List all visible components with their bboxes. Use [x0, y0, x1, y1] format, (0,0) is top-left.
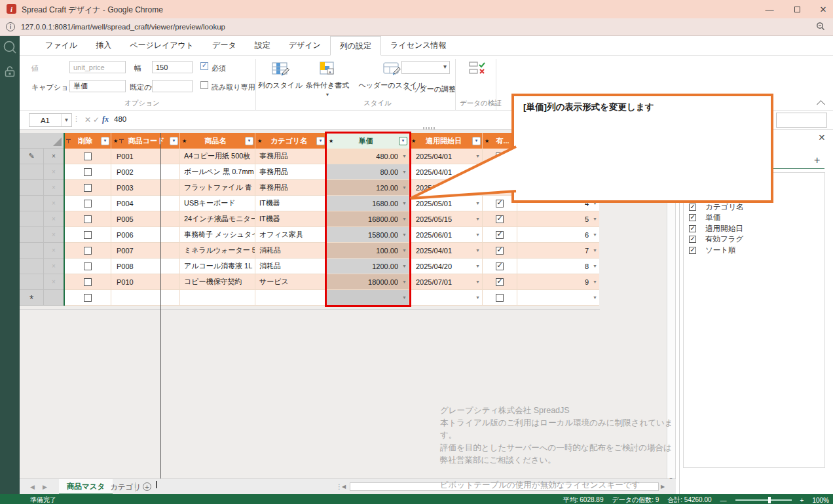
cell-dropdown-icon[interactable]: [475, 154, 480, 158]
row-delete-icon[interactable]: [44, 149, 64, 164]
field-checkbox[interactable]: [689, 214, 696, 221]
cell-dropdown-icon[interactable]: [475, 232, 480, 237]
tab-column-settings[interactable]: 列の設定: [330, 36, 381, 56]
cell-dropdown-icon[interactable]: [475, 185, 480, 190]
product-name-cell[interactable]: アルコール消毒液 1L: [180, 259, 255, 274]
cell-dropdown-icon[interactable]: [475, 295, 480, 300]
delete-checkbox[interactable]: [84, 278, 92, 286]
active-checkbox[interactable]: [496, 153, 504, 160]
value-field[interactable]: [69, 61, 126, 73]
start-date-cell[interactable]: 2025/05/01: [409, 196, 483, 211]
field-checkbox[interactable]: [689, 247, 696, 254]
product-name-cell[interactable]: ミネラルウォーター 500ml: [180, 243, 255, 259]
delete-checkbox[interactable]: [84, 168, 92, 176]
product-name-cell[interactable]: コピー機保守契約: [180, 274, 255, 290]
active-flag-cell[interactable]: [483, 227, 517, 243]
tab-file[interactable]: ファイル: [36, 36, 86, 55]
minimize-button[interactable]: —: [758, 0, 781, 18]
delete-cell[interactable]: [64, 274, 111, 290]
product-name-cell[interactable]: USBキーボード: [180, 196, 255, 211]
product-name-cell[interactable]: A4コピー用紙 500枚: [180, 149, 255, 164]
field-checkbox[interactable]: [689, 204, 696, 211]
start-date-cell[interactable]: 2025/05/15: [409, 211, 483, 227]
next-sheet-icon[interactable]: ▶: [43, 484, 47, 490]
field-list-item[interactable]: 有効フラグ: [684, 234, 824, 245]
category-cell[interactable]: 事務用品: [255, 149, 327, 164]
product-code-cell[interactable]: P007: [111, 243, 180, 259]
delete-checkbox[interactable]: [84, 231, 92, 239]
scroll-left-icon[interactable]: ◀: [342, 484, 346, 490]
lock-icon[interactable]: [4, 65, 16, 78]
category-cell[interactable]: オフィス家具: [255, 227, 327, 243]
sort-order-cell[interactable]: 9: [517, 274, 599, 290]
row-delete-icon[interactable]: [44, 164, 64, 180]
start-date-cell[interactable]: [409, 290, 483, 306]
row-delete-icon[interactable]: [44, 243, 64, 259]
confirm-entry-icon[interactable]: ✓: [93, 115, 100, 124]
insert-function-icon[interactable]: fx: [102, 115, 109, 124]
row-delete-icon[interactable]: [44, 211, 64, 227]
tab-insert[interactable]: 挿入: [86, 36, 120, 55]
product-code-cell[interactable]: P001: [111, 149, 180, 164]
conditional-format-button[interactable]: a 条件付き書式 ▼: [300, 60, 355, 97]
cell-dropdown-icon[interactable]: [475, 217, 480, 221]
delete-cell[interactable]: [64, 164, 111, 180]
cell-dropdown-icon[interactable]: [475, 279, 480, 284]
width-field[interactable]: [152, 61, 193, 73]
tab-page-layout[interactable]: ページレイアウト: [120, 36, 203, 55]
start-date-cell[interactable]: 2025/04/01: [409, 149, 483, 164]
row-delete-icon[interactable]: [44, 180, 64, 196]
product-name-cell[interactable]: 24インチ液晶モニター: [180, 211, 255, 227]
zoom-out-button[interactable]: —: [720, 497, 727, 504]
category-cell[interactable]: IT機器: [255, 196, 327, 211]
category-cell[interactable]: 事務用品: [255, 164, 327, 180]
category-cell[interactable]: IT機器: [255, 211, 327, 227]
zoom-in-button[interactable]: +: [800, 497, 804, 504]
cell-dropdown-icon[interactable]: [475, 201, 480, 206]
cell-dropdown-icon[interactable]: [593, 217, 597, 221]
filter-dropdown-icon[interactable]: [245, 137, 253, 145]
cell-dropdown-icon[interactable]: [593, 232, 597, 237]
row-delete-icon[interactable]: [44, 259, 64, 274]
active-checkbox[interactable]: [496, 278, 504, 286]
zoom-slider[interactable]: [735, 499, 792, 500]
product-name-cell[interactable]: [180, 290, 255, 306]
product-code-cell[interactable]: P006: [111, 227, 180, 243]
start-date-cell[interactable]: 2025/07/01: [409, 274, 483, 290]
cell-dropdown-icon[interactable]: [593, 248, 597, 253]
active-checkbox[interactable]: [496, 294, 504, 302]
sort-order-cell[interactable]: 6: [517, 227, 599, 243]
tab-settings[interactable]: 設定: [246, 36, 280, 55]
category-cell[interactable]: 消耗品: [255, 243, 327, 259]
active-checkbox[interactable]: [496, 184, 504, 192]
row-delete-icon[interactable]: [44, 227, 64, 243]
filter-dropdown-icon[interactable]: [170, 137, 178, 145]
delete-checkbox[interactable]: [84, 153, 92, 160]
close-icon[interactable]: ✕: [818, 132, 826, 143]
delete-cell[interactable]: [64, 227, 111, 243]
default-value-field[interactable]: [152, 80, 193, 92]
field-checkbox[interactable]: [689, 236, 696, 243]
cell-dropdown-icon[interactable]: [475, 170, 480, 174]
field-list-item[interactable]: カテゴリ名: [684, 202, 824, 213]
active-checkbox[interactable]: [496, 168, 504, 176]
zoom-slider-thumb[interactable]: [768, 497, 771, 503]
header-adjust-dropdown[interactable]: [401, 61, 450, 74]
active-flag-cell[interactable]: [483, 290, 517, 306]
formula-input[interactable]: 480: [114, 115, 126, 123]
filter-dropdown-icon[interactable]: [472, 137, 481, 145]
start-date-cell[interactable]: 2025/06/01: [409, 227, 483, 243]
category-cell[interactable]: 消耗品: [255, 259, 327, 274]
product-code-cell[interactable]: P005: [111, 211, 180, 227]
site-info-icon[interactable]: i: [6, 22, 15, 31]
category-cell[interactable]: [255, 290, 327, 306]
zoom-page-icon[interactable]: [816, 22, 825, 31]
active-checkbox[interactable]: [496, 262, 504, 270]
caption-field[interactable]: [69, 80, 126, 92]
maximize-button[interactable]: [786, 0, 808, 18]
field-list-item[interactable]: 単価: [684, 213, 824, 224]
active-checkbox[interactable]: [496, 231, 504, 239]
delete-cell[interactable]: [64, 196, 111, 211]
add-field-icon[interactable]: +: [814, 154, 820, 166]
tab-design[interactable]: デザイン: [280, 36, 330, 55]
